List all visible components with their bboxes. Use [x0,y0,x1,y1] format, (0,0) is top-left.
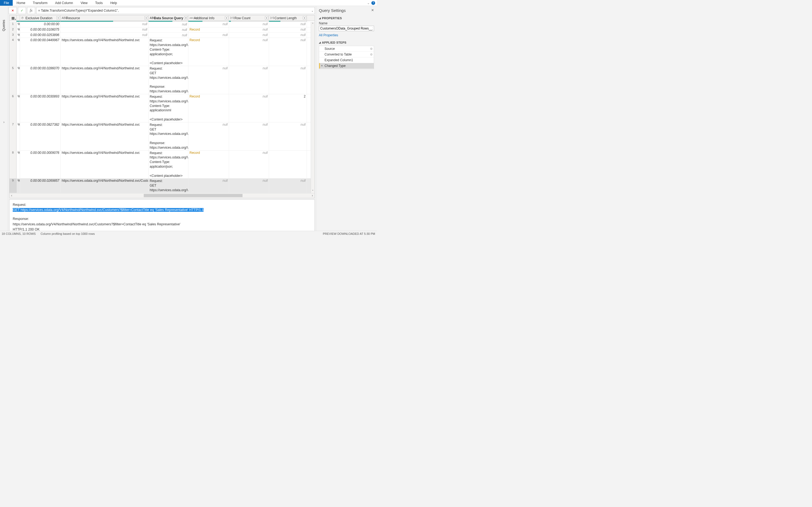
cell-percent[interactable]: % [16,22,20,27]
cell-content-length[interactable]: null [269,122,307,150]
cell-data-source-query[interactable]: Request: https://services.odata.org/V4/N… [148,94,188,122]
row-number[interactable]: 2 [9,27,16,33]
applied-step[interactable]: Source⚙ [319,46,374,52]
grid-body[interactable]: ˄ ˅ 1%0.00:00:00nullnullnullnullnull2%0.… [9,22,315,193]
cell-additional-info[interactable]: Record [188,38,229,66]
cancel-formula-button[interactable]: ✕ [9,7,17,14]
row-number[interactable]: 7 [9,122,16,150]
table-row[interactable]: 3%0.00:00:00.0253896nullnullnullnullnull [9,33,315,38]
table-row[interactable]: 5%0.00:00:00.0286070https://services.oda… [9,66,315,94]
properties-section-header[interactable]: ◢PROPERTIES [319,16,374,20]
filter-dropdown-icon[interactable]: ▾ [184,16,188,19]
delete-step-icon[interactable]: ✕ [321,64,323,67]
cell-additional-info[interactable]: null [188,22,229,27]
menu-add-column[interactable]: Add Column [51,0,77,6]
menu-help[interactable]: Help [106,0,121,6]
confirm-formula-button[interactable]: ✓ [18,7,26,14]
cell-row-count[interactable]: null [229,38,269,66]
filter-dropdown-icon[interactable]: ▾ [303,16,306,19]
column-header-data-source-query[interactable]: ABC Data Source Query ▾ [148,15,188,20]
cell-percent[interactable]: % [16,122,20,150]
table-icon[interactable]: ▦▾ [9,15,16,20]
table-row[interactable]: 7%0.00:00:00.0827382https://services.oda… [9,122,315,151]
cell-content-length[interactable]: null [269,38,307,66]
column-header-resource[interactable]: ABC Resource ▾ [61,15,148,20]
menu-transform[interactable]: Transform [29,0,51,6]
cell-row-count[interactable]: null [229,122,269,150]
column-header-content-length[interactable]: 1²3 Content Length ▾ [269,15,307,20]
expand-queries-icon[interactable]: › [0,10,8,234]
cell-resource[interactable]: null [61,27,148,33]
cell-row-count[interactable]: null [229,22,269,27]
cell-row-count[interactable]: null [229,33,269,38]
table-row[interactable]: 8%0.00:00:00.0009076https://services.oda… [9,151,315,179]
filter-dropdown-icon[interactable]: ▾ [265,16,268,19]
scroll-up-icon[interactable]: ˄ [311,22,315,25]
column-header-percent[interactable] [16,15,20,20]
cell-duration[interactable]: 0.00:00:00.0286070 [20,66,61,94]
row-number[interactable]: 3 [9,33,16,38]
cell-percent[interactable]: % [16,94,20,122]
cell-additional-info[interactable]: null [188,66,229,94]
row-number[interactable]: 9 [9,178,16,192]
horizontal-scrollbar[interactable]: ‹ › [9,193,315,198]
menu-view[interactable]: View [77,0,91,6]
cell-percent[interactable]: % [16,38,20,66]
scroll-down-icon[interactable]: ˅ [311,189,315,192]
cell-row-count[interactable]: null [229,151,269,178]
cell-additional-info[interactable]: Record [188,27,229,33]
row-number[interactable]: 4 [9,38,16,66]
applied-step[interactable]: Changed Type✕ [319,63,374,69]
row-number[interactable]: 8 [9,151,16,178]
cell-content-length[interactable]: null [269,178,307,192]
table-row[interactable]: 9%0.00:00:00.0269857https://services.oda… [9,178,315,193]
cell-percent[interactable]: % [16,66,20,94]
cell-data-source-query[interactable]: null [148,22,188,27]
scroll-left-icon[interactable]: ‹ [11,194,12,198]
cell-duration[interactable]: 0.00:00:00.0030893 [20,94,61,122]
cell-data-source-query[interactable]: Request: https://services.odata.org/V4/N… [148,38,188,66]
cell-resource[interactable]: https://services.odata.org/V4/Northwind/… [61,38,148,66]
cell-data-source-query[interactable]: Request: https://services.odata.org/V4/N… [148,151,188,178]
cell-content-length[interactable]: 2 [269,94,307,122]
filter-dropdown-icon[interactable]: ▾ [144,16,148,19]
formula-input[interactable]: = Table.TransformColumnTypes(#"Expanded … [36,7,315,14]
cell-additional-info[interactable]: Record [188,94,229,122]
cell-resource[interactable]: https://services.odata.org/V4/Northwind/… [61,66,148,94]
close-panel-icon[interactable]: ✕ [371,8,374,12]
gear-icon[interactable]: ⚙ [370,53,373,56]
help-icon[interactable]: ? [371,1,375,5]
cell-resource[interactable]: null [61,33,148,38]
filter-dropdown-icon[interactable]: ▾ [57,16,60,19]
cell-duration[interactable]: 0.00:00:00.0269857 [20,178,61,192]
table-row[interactable]: 1%0.00:00:00nullnullnullnullnull [9,22,315,27]
cell-duration[interactable]: 0.00:00:00.0009076 [20,151,61,178]
column-header-additional-info[interactable]: ABC123 Additional Info ▾ [188,15,229,20]
cell-duration[interactable]: 0.00:00:00.0106075 [20,27,61,33]
applied-step[interactable]: Expanded Column1 [319,57,374,63]
cell-content-length[interactable]: null [269,33,307,38]
menu-tools[interactable]: Tools [91,0,106,6]
applied-steps-section-header[interactable]: ◢APPLIED STEPS [319,41,374,44]
cell-percent[interactable]: % [16,151,20,178]
cell-row-count[interactable]: null [229,94,269,122]
vertical-scrollbar[interactable]: ˄ ˅ [311,22,315,193]
cell-resource[interactable]: https://services.odata.org/V4/Northwind/… [61,151,148,178]
ribbon-collapse-icon[interactable]: ⌄ [367,1,370,5]
cell-data-source-query[interactable]: null [148,33,188,38]
fx-button[interactable]: fx [27,7,35,14]
applied-step[interactable]: Converted to Table⚙ [319,52,374,57]
table-row[interactable]: 4%0.00:00:00.0449967https://services.oda… [9,38,315,66]
cell-row-count[interactable]: null [229,66,269,94]
cell-data-source-query[interactable]: Request: GET https://services.odata.org/… [148,122,188,150]
cell-additional-info[interactable]: null [188,122,229,150]
cell-percent[interactable]: % [16,178,20,192]
cell-content-length[interactable]: null [269,22,307,27]
scrollbar-thumb[interactable] [144,194,243,197]
queries-pane-collapsed[interactable]: › Queries [0,6,8,231]
column-header-row-count[interactable]: 1²3 Row Count ▾ [229,15,269,20]
cell-resource[interactable]: https://services.odata.org/V4/Northwind/… [61,94,148,122]
cell-row-count[interactable]: null [229,27,269,33]
cell-additional-info[interactable]: Record [188,151,229,178]
all-properties-link[interactable]: All Properties [319,33,338,37]
